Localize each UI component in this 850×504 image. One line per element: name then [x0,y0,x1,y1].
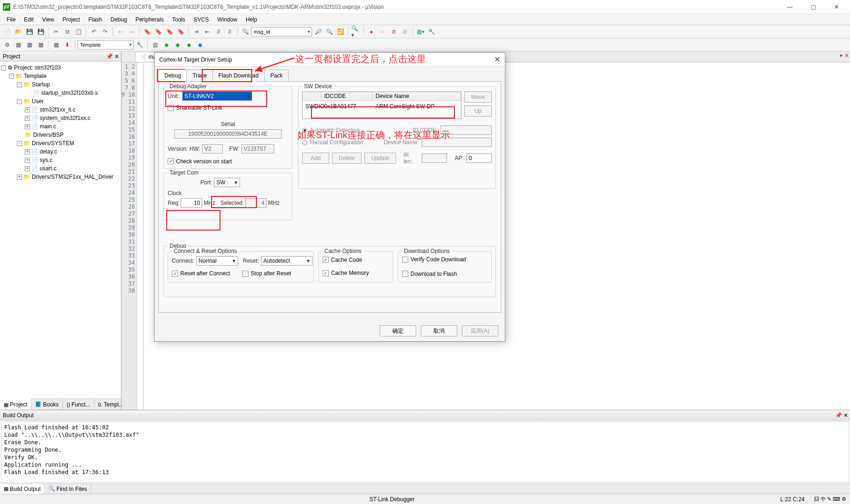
breakpoint-icon[interactable]: ● [366,27,376,37]
tab-find-in-files[interactable]: 🔍 Find In Files [45,484,91,494]
save-all-icon[interactable]: 💾 [35,27,46,37]
panel-pushpin-icon[interactable]: 📌 ✕ [106,53,119,60]
books-icon[interactable]: ◆ [195,40,205,50]
manage-rte-icon[interactable]: ◆ [172,40,183,50]
close-button[interactable]: ✕ [826,0,847,14]
clock-req-input[interactable]: 10 [181,198,202,208]
rebuild-icon[interactable]: ▦ [24,40,35,50]
copy-icon[interactable]: ⧉ [62,27,72,37]
open-icon[interactable]: 📂 [13,27,23,37]
stop-after-checkbox[interactable]: Stop after Reset [242,270,291,277]
pack-installer-icon[interactable]: ◆ [161,40,171,50]
verify-code-checkbox[interactable]: Verify Code Download [402,256,466,263]
menu-debug[interactable]: Debug [107,15,131,24]
tab-build-output[interactable]: ▦ Build Output [0,484,45,494]
menu-view[interactable]: View [38,15,58,24]
window-icon[interactable]: ▦▾ [415,27,425,37]
tab-books[interactable]: 📘 Books [31,399,63,410]
translate-icon[interactable]: ⚙ [2,40,12,50]
replace-icon[interactable]: 🔁 [335,27,346,37]
tab-debug[interactable]: Debug [158,70,187,81]
outdent-icon[interactable]: ⇤ [202,27,212,37]
uncomment-icon[interactable]: // [225,27,235,37]
editor-dropdown-icon[interactable]: ▾ [840,52,843,59]
nav-back-icon[interactable]: ← [115,27,126,37]
shareable-checkbox[interactable]: Shareable ST-Link [168,105,222,111]
tab-functions[interactable]: {} Funct... [63,399,94,410]
select-pack-icon[interactable]: ◆ [184,40,194,50]
status-ime-icon[interactable]: 囧 中 ✎ ⌨ ⚙ [814,496,846,503]
find-files-icon[interactable]: 🔍 [324,27,334,37]
project-panel-header: Project 📌 ✕ [0,51,121,62]
clock-sel-display: 4 [245,198,267,208]
status-cursor-pos: L:22 C:24 [780,496,805,503]
new-file-icon[interactable]: 📄 [2,27,12,37]
build-output-text[interactable]: Flash Load finished at 16:45:02 Load "..… [1,421,849,483]
debug-start-icon[interactable]: 🔍▾ [351,27,361,37]
cancel-button[interactable]: 取消 [421,325,457,336]
batch-build-icon[interactable]: ▦ [35,40,46,50]
menu-file[interactable]: File [3,15,19,24]
reset-combo[interactable]: Autodetect [261,256,312,266]
bookmark-clear-icon[interactable]: 🔖 [176,27,186,37]
fw-version: V2J37S7 [241,144,274,154]
redo-icon[interactable]: ↷ [100,27,110,37]
bookmark-prev-icon[interactable]: 🔖 [153,27,163,37]
table-row[interactable]: SWDIO 0x1BA01477 ARM CoreSight SW-DP [303,101,461,112]
project-tree[interactable]: −⚙Project: stm32f103 −📁Template −📁Startu… [0,62,121,399]
menu-project[interactable]: Project [59,15,84,24]
menu-window[interactable]: Window [213,15,241,24]
cache-memory-checkbox[interactable]: ✓Cache Memory [323,270,369,276]
reset-after-checkbox[interactable]: ✓Reset after Connect [172,270,230,277]
download-flash-checkbox[interactable]: Download to Flash [402,271,457,277]
find-icon[interactable]: 🔍 [240,27,250,37]
paste-icon[interactable]: 📋 [73,27,84,37]
breakpoint-clear-icon[interactable]: ⊘ [400,27,410,37]
tab-trace[interactable]: Trace [186,70,212,81]
build-output-close-icon[interactable]: 📌 ✕ [835,412,848,419]
indent-icon[interactable]: ⇥ [191,27,201,37]
dialog-close-icon[interactable]: ✕ [494,55,500,64]
bookmark-next-icon[interactable]: 🔖 [164,27,175,37]
menu-svcs[interactable]: SVCS [190,15,213,24]
menu-peripherals[interactable]: Peripherals [132,15,168,24]
maximize-button[interactable]: ▢ [802,0,824,14]
download-icon[interactable]: ⬇ [62,40,72,50]
menu-help[interactable]: Help [242,15,261,24]
cut-icon[interactable]: ✂ [51,27,61,37]
minimize-button[interactable]: — [779,0,800,14]
tab-project[interactable]: ▦ Project [0,399,31,410]
tab-pack[interactable]: Pack [264,70,289,81]
target-combo[interactable]: Template [78,40,134,49]
unit-dropdown-icon[interactable]: ▾ [247,93,249,99]
menu-flash[interactable]: Flash [85,15,106,24]
build-icon[interactable]: ▦ [13,40,23,50]
serial-display: 190052001900000364D43514E [174,129,282,139]
search-combo[interactable]: msg_id [251,27,312,36]
breakpoint-kill-icon[interactable]: ⊘ [389,27,399,37]
config-icon[interactable]: 🔧 [426,27,437,37]
tab-flash-download[interactable]: Flash Download [212,70,265,81]
ap-input[interactable]: 0 [467,154,492,163]
find-next-icon[interactable]: 🔎 [313,27,323,37]
annotation-text-top: 这一页都设置完之后，点击这里 [295,53,426,65]
undo-icon[interactable]: ↶ [89,27,99,37]
save-icon[interactable]: 💾 [24,27,35,37]
unit-combo[interactable]: ST-LINK/V2 [182,91,252,101]
ok-button[interactable]: 确定 [380,325,416,336]
port-dropdown-icon[interactable]: ▾ [234,179,237,186]
editor-close-tab-icon[interactable]: ✕ [844,52,849,59]
breakpoint-disable-icon[interactable]: ○ [377,27,388,37]
project-panel: Project 📌 ✕ −⚙Project: stm32f103 −📁Templ… [0,51,121,410]
menu-edit[interactable]: Edit [20,15,37,24]
stop-build-icon[interactable]: ▦ [51,40,61,50]
menu-tools[interactable]: Tools [169,15,189,24]
bookmark-icon[interactable]: 🔖 [142,27,152,37]
target-options-icon[interactable]: 🔧 [135,40,145,50]
manage-icon[interactable]: ▥ [150,40,160,50]
connect-combo[interactable]: Normal [196,256,238,266]
comment-icon[interactable]: // [213,27,224,37]
nav-fwd-icon[interactable]: → [127,27,137,37]
cache-code-checkbox[interactable]: ✓Cache Code [323,257,362,263]
check-version-checkbox[interactable]: ✓Check version on start [168,158,232,165]
